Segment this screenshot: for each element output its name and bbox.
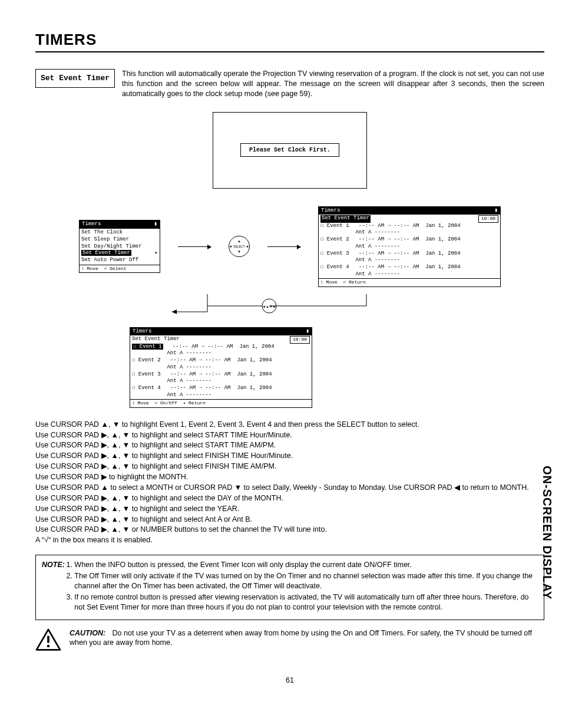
arrow-right-icon <box>178 246 211 247</box>
intro-text: This function will automatically operate… <box>122 69 544 99</box>
clock-first-msg: Please Set Clock First. <box>240 143 339 157</box>
svg-text:◄▲▼►: ◄▲▼► <box>262 305 276 308</box>
page-title: TIMERS <box>35 29 544 50</box>
select-button[interactable]: ▲ ◄SELECT► ▼ <box>229 236 250 257</box>
event-timer-osd-a: Timers▮ Set Event Timer 10:00 ☐ Event 1 … <box>318 206 501 287</box>
note-box: NOTE: When the INFO button is pressed, t… <box>35 555 544 620</box>
osd-footer: ↕ Move ⏎ Select <box>80 265 160 272</box>
caution-text: Do not use your TV as a deterrent when a… <box>70 629 532 647</box>
caution-icon <box>35 628 61 655</box>
intro-row: Set Event Timer This function will autom… <box>35 69 544 99</box>
title-rule <box>35 51 544 52</box>
caution-row: CAUTION: Do not use your TV as a deterre… <box>35 628 544 655</box>
diagram-row-3: Timers▮ Set Event Timer 10:00 ☐ Event 1 … <box>130 327 544 408</box>
svg-marker-0 <box>172 309 177 314</box>
side-label: ON-SCREEN DISPLAY <box>539 466 555 599</box>
svg-rect-3 <box>47 635 49 643</box>
instructions: Use CURSOR PAD ▲, ▼ to highlight Event 1… <box>35 420 544 546</box>
arrow-right-icon <box>267 246 300 247</box>
note-label: NOTE: <box>42 560 65 613</box>
osd-header: Timers <box>82 221 101 228</box>
diagram-area: Please Set Clock First. Timers▮ Set The … <box>35 112 544 408</box>
caution-label: CAUTION: <box>70 629 105 637</box>
diagram-row-2: Timers▮ Set The ClockSet Sleep TimerSet … <box>35 206 544 287</box>
svg-point-4 <box>47 644 50 647</box>
section-tag: Set Event Timer <box>35 69 115 88</box>
event-timer-osd-b: Timers▮ Set Event Timer 10:00 ☐ Event 1 … <box>130 327 312 408</box>
note-list: When the INFO button is pressed, the Eve… <box>65 560 538 613</box>
page-number: 61 <box>35 676 544 686</box>
timers-menu-osd: Timers▮ Set The ClockSet Sleep TimerSet … <box>79 220 160 273</box>
clock-first-screen: Please Set Clock First. <box>213 112 367 189</box>
diagram-connectors: ◄▲▼► <box>35 294 544 324</box>
